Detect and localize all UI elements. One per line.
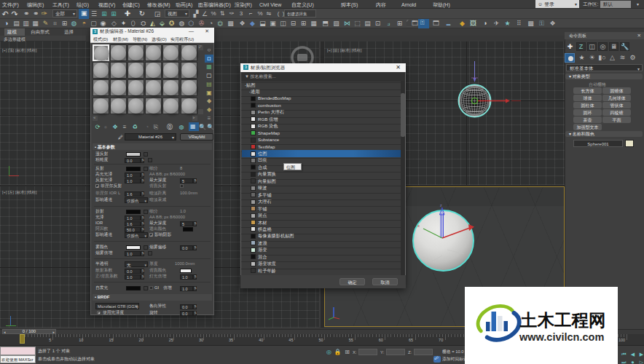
svg-text:x: x (417, 223, 420, 228)
